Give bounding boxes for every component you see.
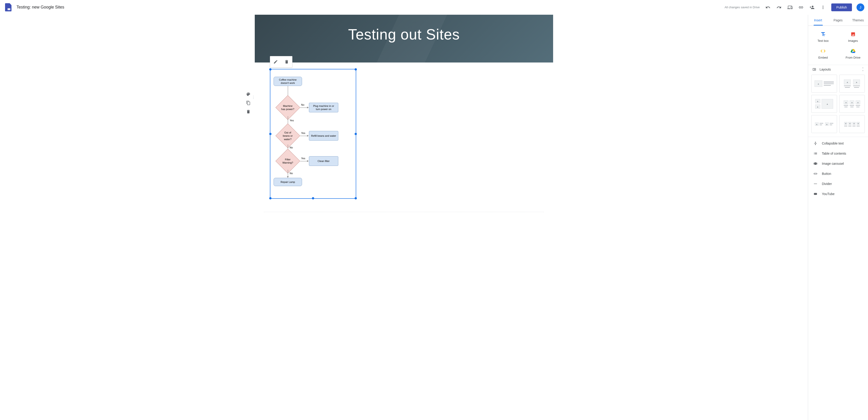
layout-option-6[interactable]: ▲ ▲ ▲ ▲ xyxy=(839,115,865,133)
panel-tabs: Insert Pages Themes xyxy=(808,15,868,26)
app-logo[interactable] xyxy=(4,3,13,12)
flowchart-edge-label: No xyxy=(290,172,293,175)
text-icon xyxy=(820,31,826,37)
flowchart-edge-label: No xyxy=(301,103,304,106)
canvas-area[interactable]: ⋮⋮ Testing out Sites xyxy=(0,15,808,420)
section-divider xyxy=(264,212,544,212)
collapsible-icon xyxy=(813,141,818,145)
pencil-icon xyxy=(273,59,278,64)
content-section[interactable]: Coffee machine doesn't work Machine has … xyxy=(255,62,553,219)
trash-icon xyxy=(246,109,251,114)
edit-element-button[interactable] xyxy=(270,56,281,67)
insert-from-drive[interactable]: From Drive xyxy=(838,45,868,62)
insert-components-list: Collapsible text Table of contents Image… xyxy=(808,137,868,200)
insert-youtube[interactable]: YouTube xyxy=(808,189,868,199)
undo-button[interactable] xyxy=(763,3,773,12)
preview-button[interactable] xyxy=(785,3,795,12)
document-title[interactable]: Testing: new Google Sites xyxy=(17,5,64,10)
palette-icon xyxy=(246,92,251,96)
redo-button[interactable] xyxy=(774,3,783,12)
layouts-grid: ▲ ▲ ▲ ▲▲ ▲ ▲ ▲ ▲ ▲ ▲ ▲ ▲ xyxy=(808,74,868,137)
layout-option-2[interactable]: ▲ ▲ xyxy=(839,75,865,92)
layout-option-4[interactable]: ▲ ▲ ▲ xyxy=(839,95,865,113)
insert-images[interactable]: Images xyxy=(838,28,868,45)
share-button[interactable] xyxy=(807,3,816,12)
youtube-icon xyxy=(813,192,818,196)
drive-icon xyxy=(850,48,856,54)
collapse-icon: ⌃⌄ xyxy=(862,68,864,71)
image-icon xyxy=(850,31,856,37)
more-button[interactable] xyxy=(818,3,828,12)
layouts-header[interactable]: Layouts ⌃⌄ xyxy=(808,65,868,74)
insert-toc[interactable]: Table of contents xyxy=(808,148,868,159)
redo-icon xyxy=(776,5,781,10)
flowchart-end-node: Repair Lamp xyxy=(274,178,302,186)
account-avatar[interactable]: J xyxy=(857,3,864,11)
flowchart-edge-label: Yes xyxy=(301,132,305,134)
code-icon xyxy=(820,48,826,54)
tab-themes[interactable]: Themes xyxy=(848,15,868,26)
tab-pages[interactable]: Pages xyxy=(828,15,848,26)
carousel-icon xyxy=(813,162,818,166)
insert-embed[interactable]: Embed xyxy=(808,45,838,62)
flowchart-start-node: Coffee machine doesn't work xyxy=(274,77,302,86)
layout-option-5[interactable]: ▲ ▲ xyxy=(811,115,837,133)
app-header: Testing: new Google Sites All changes sa… xyxy=(0,0,868,15)
flowchart-action-node: Refill beans and water xyxy=(309,131,338,141)
insert-collapsible-text[interactable]: Collapsible text xyxy=(808,138,868,148)
link-icon xyxy=(799,5,804,10)
link-button[interactable] xyxy=(796,3,806,12)
flowchart-action-node: Plug machine in or turn power on xyxy=(309,103,338,112)
layout-option-3[interactable]: ▲▲ ▲ xyxy=(811,95,837,113)
selected-element[interactable]: Coffee machine doesn't work Machine has … xyxy=(270,69,356,199)
divider-icon xyxy=(813,182,818,186)
right-panel: Insert Pages Themes Text box Images Embe… xyxy=(808,15,868,420)
copy-icon xyxy=(246,101,251,105)
section-toolbar xyxy=(245,90,252,115)
flowchart-edge-label: Yes xyxy=(290,119,294,122)
save-status: All changes saved in Drive xyxy=(724,5,760,9)
flowchart-action-node: Clean filter xyxy=(309,156,338,166)
delete-element-button[interactable] xyxy=(281,56,292,67)
flowchart-edge-label: No xyxy=(290,146,293,149)
devices-icon xyxy=(787,5,793,10)
section-delete-button[interactable] xyxy=(245,108,252,115)
flowchart-drawing: Coffee machine doesn't work Machine has … xyxy=(270,69,356,198)
svg-rect-1 xyxy=(814,184,817,184)
more-vert-icon xyxy=(820,5,826,10)
section-duplicate-button[interactable] xyxy=(245,99,252,107)
insert-divider[interactable]: Divider xyxy=(808,179,868,189)
hero-title[interactable]: Testing out Sites xyxy=(348,26,460,43)
flowchart-edge-label: Yes xyxy=(301,157,305,160)
publish-button[interactable]: Publish xyxy=(831,3,852,11)
button-icon xyxy=(813,172,818,176)
insert-textbox[interactable]: Text box xyxy=(808,28,838,45)
list-icon xyxy=(813,151,818,156)
section-palette-button[interactable] xyxy=(245,90,252,98)
hero-banner[interactable]: Testing out Sites xyxy=(255,15,553,62)
layout-icon xyxy=(812,67,816,72)
trash-icon xyxy=(284,59,289,64)
insert-button[interactable]: Button xyxy=(808,169,868,179)
undo-icon xyxy=(766,5,771,10)
element-toolbar xyxy=(270,56,292,67)
tab-insert[interactable]: Insert xyxy=(808,15,828,26)
layout-option-1[interactable]: ▲ xyxy=(811,75,837,92)
svg-rect-0 xyxy=(814,173,817,174)
person-add-icon xyxy=(809,5,814,10)
insert-carousel[interactable]: Image carousel xyxy=(808,159,868,169)
